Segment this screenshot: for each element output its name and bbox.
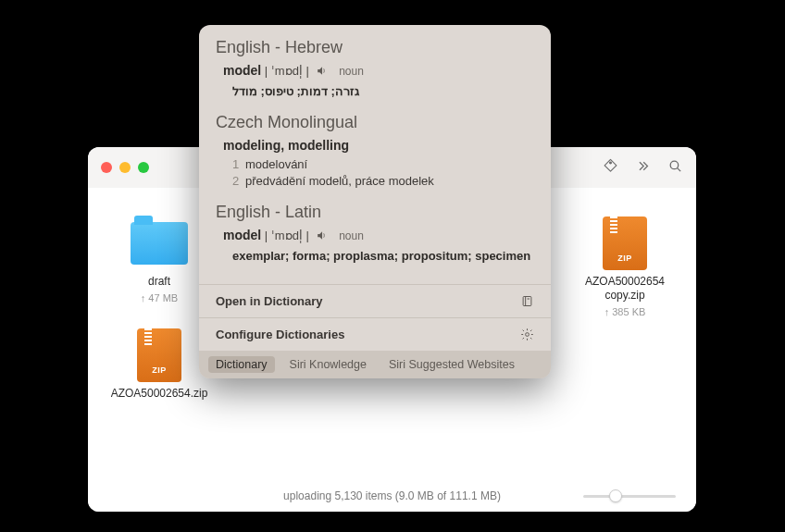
svg-point-1 (670, 161, 679, 169)
svg-point-6 (526, 333, 530, 337)
dict-source-title: English - Hebrew (216, 38, 534, 57)
dict-headline: model | ˈmɒdl̩ | noun (216, 63, 534, 80)
dict-headline: model | ˈmɒdl̩ | noun (216, 228, 534, 244)
dict-definition: exemplar; forma; proplasma; propositum; … (232, 248, 534, 265)
tab-dictionary[interactable]: Dictionary (208, 356, 275, 373)
svg-line-2 (678, 168, 681, 172)
file-item-zip-copy[interactable]: AZOA50002654 copy.zip ↑ 385 KB (576, 216, 674, 317)
svg-rect-3 (523, 297, 531, 306)
audio-icon[interactable] (316, 65, 328, 80)
icon-size-slider[interactable] (583, 489, 676, 502)
traffic-light-minimize-icon[interactable] (119, 162, 131, 173)
dict-section-czech: Czech Monolingual modeling, modelling 1m… (216, 113, 534, 190)
zip-icon (603, 217, 647, 270)
file-name: AZOA50002654 copy.zip (576, 275, 674, 303)
dictionary-popover: English - Hebrew model | ˈmɒdl̩ | noun ג… (199, 25, 551, 378)
toolbar-search-icon[interactable] (667, 158, 683, 177)
zip-icon (137, 328, 181, 382)
file-meta: ↑ 385 KB (604, 306, 646, 317)
gear-icon (520, 328, 534, 341)
upload-status-text: uploading 5,130 items (9.0 MB of 111.1 M… (283, 489, 501, 502)
dict-source-title: Czech Monolingual (216, 113, 534, 132)
file-item-zip[interactable]: AZOA50002654.zip (110, 328, 208, 401)
dict-headword: modeling, modelling (223, 138, 534, 153)
dict-source-title: English - Latin (216, 203, 534, 222)
file-name: AZOA50002654.zip (111, 387, 208, 401)
folder-icon (131, 222, 188, 265)
dict-sense-list: 1modelování 2předvádění modelů, práce mo… (232, 156, 534, 190)
configure-dictionaries-button[interactable]: Configure Dictionaries (199, 318, 551, 351)
slider-knob[interactable] (609, 489, 622, 502)
open-in-dictionary-button[interactable]: Open in Dictionary (199, 285, 551, 318)
file-meta: ↑ 47 MB (141, 292, 178, 303)
dict-section-hebrew: English - Hebrew model | ˈmɒdl̩ | noun ג… (216, 38, 534, 100)
dictionary-app-icon (520, 294, 534, 308)
dict-section-latin: English - Latin model | ˈmɒdl̩ | noun ex… (216, 203, 534, 265)
svg-point-0 (610, 162, 612, 164)
file-name: draft (148, 275, 170, 289)
dict-definition: גזרה; דמות; טיפוס; מודל (232, 83, 534, 100)
tab-siri-sites[interactable]: Siri Suggested Websites (389, 358, 515, 371)
toolbar-tags-icon[interactable] (603, 158, 618, 177)
traffic-light-zoom-icon[interactable] (138, 162, 149, 173)
toolbar-more-icon[interactable] (635, 158, 651, 177)
slider-track (583, 495, 676, 498)
popover-source-tabs: Dictionary Siri Knowledge Siri Suggested… (199, 351, 551, 378)
file-item-folder[interactable]: draft ↑ 47 MB (110, 216, 208, 303)
tab-siri-knowledge[interactable]: Siri Knowledge (290, 358, 367, 371)
traffic-light-close-icon[interactable] (101, 162, 112, 173)
audio-icon[interactable] (316, 229, 328, 244)
